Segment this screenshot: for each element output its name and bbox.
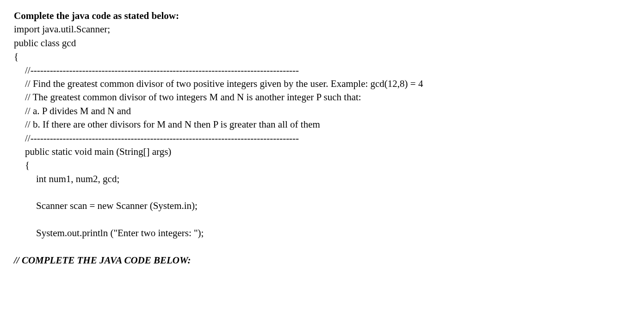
blank-line (14, 186, 630, 199)
blank-line (14, 213, 630, 226)
comment-line: // The greatest common divisor of two in… (14, 91, 630, 104)
code-line: public static void main (String[] args) (14, 145, 630, 159)
code-document: Complete the java code as stated below: … (14, 9, 630, 267)
comment-line: // Find the greatest common divisor of t… (14, 77, 630, 91)
code-line: { (14, 50, 630, 63)
comment-line: // b. If there are other divisors for M … (14, 118, 630, 131)
heading-line: Complete the java code as stated below: (14, 9, 630, 23)
code-line: System.out.println ("Enter two integers:… (14, 226, 630, 240)
instruction-line: // COMPLETE THE JAVA CODE BELOW: (14, 254, 630, 267)
comment-line: //--------------------------------------… (14, 132, 630, 145)
comment-line: //--------------------------------------… (14, 64, 630, 77)
comment-line: // a. P divides M and N and (14, 104, 630, 118)
code-line: Scanner scan = new Scanner (System.in); (14, 199, 630, 213)
code-line: import java.util.Scanner; (14, 23, 630, 36)
code-line: int num1, num2, gcd; (14, 172, 630, 186)
code-line: { (14, 159, 630, 172)
code-line: public class gcd (14, 37, 630, 50)
blank-line (14, 240, 630, 254)
